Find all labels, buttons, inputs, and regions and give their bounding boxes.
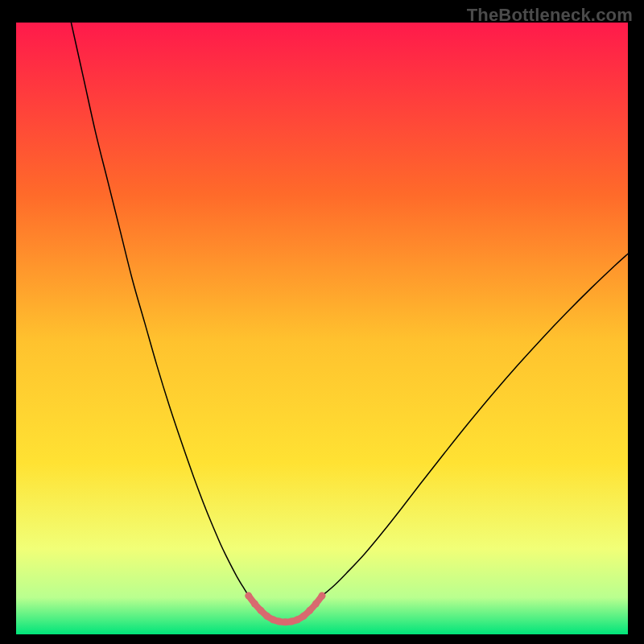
highlight-dot bbox=[251, 601, 258, 608]
highlight-dot bbox=[319, 592, 326, 600]
highlight-dot bbox=[258, 607, 265, 614]
highlight-dot bbox=[312, 601, 320, 608]
gradient-background bbox=[16, 23, 628, 634]
highlight-dot bbox=[288, 618, 295, 625]
plot-area bbox=[16, 23, 628, 634]
watermark-text: TheBottleneck.com bbox=[467, 5, 633, 26]
highlight-dot bbox=[294, 616, 301, 623]
highlight-dot bbox=[275, 618, 283, 625]
highlight-dot bbox=[263, 613, 270, 620]
chart-svg bbox=[16, 23, 628, 634]
highlight-dot bbox=[306, 607, 313, 614]
highlight-dot bbox=[282, 618, 289, 625]
highlight-dot bbox=[300, 613, 308, 620]
chart-container: TheBottleneck.com bbox=[0, 0, 644, 644]
highlight-dot bbox=[270, 616, 277, 623]
highlight-dot bbox=[245, 592, 252, 600]
